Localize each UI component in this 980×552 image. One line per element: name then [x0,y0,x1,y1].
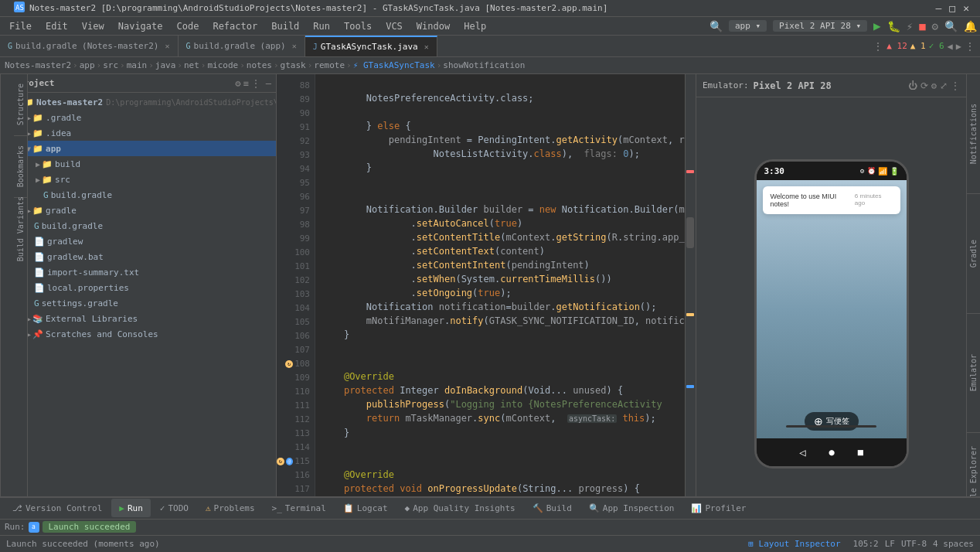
tab-build-gradle-app[interactable]: G build.gradle (app) ✕ [179,36,305,57]
menu-file[interactable]: File [3,19,38,33]
project-tree[interactable]: ▼ 📁 Notes-master2 D:\programming\Android… [14,93,276,552]
device-selector[interactable]: Pixel 2 API 28 ▾ [773,20,867,32]
search-everywhere-icon[interactable]: 🔍 [709,20,723,32]
panel-settings-icon[interactable]: ⚙ [235,78,240,89]
emulator-rotate-icon[interactable]: ⟳ [920,80,928,91]
tab-close-icon[interactable]: ✕ [165,42,169,50]
profile-button[interactable]: ⚡ [907,20,913,32]
breadcrumb-net[interactable]: net [184,60,199,70]
emulator-power-icon[interactable]: ⏻ [908,80,917,91]
menu-view[interactable]: View [76,19,111,33]
tree-item-scratches[interactable]: ▶ 📌 Scratches and Consoles [14,326,276,342]
notifications-side-tab[interactable]: Notifications [967,74,980,194]
title-text: Notes-master2 [D:\programming\AndroidStu… [29,3,607,13]
maximize-button[interactable]: □ [949,2,955,14]
nav-next-icon[interactable]: ▶ [956,41,961,52]
code-editor[interactable]: 88 89 90 91 92 93 94 95 96 97 98 99 100 … [277,74,696,552]
menu-code[interactable]: Code [171,19,206,33]
bottom-tab-version-control[interactable]: ⎇ Version Control [5,499,110,517]
tree-item-build[interactable]: ▶ 📁 build [14,156,276,172]
minimize-button[interactable]: — [936,2,942,14]
breadcrumb-main[interactable]: main [127,60,148,70]
menu-window[interactable]: Window [410,19,456,33]
tree-item-app-gradle[interactable]: G build.gradle [14,187,276,203]
emulator-expand-icon[interactable]: ⤢ [940,80,948,91]
tab-build-gradle-project[interactable]: G build.gradle (Notes-master2) ✕ [0,36,179,57]
breadcrumb-remote[interactable]: remote [314,60,345,70]
settings-icon[interactable]: ⚙ [932,20,938,32]
bottom-tab-build[interactable]: 🔨 Build [525,499,580,517]
breadcrumb-micode[interactable]: micode [207,60,238,70]
bottom-tab-todo[interactable]: ✓ TODO [152,499,196,517]
breadcrumb-java[interactable]: java [155,60,176,70]
tab-close-icon[interactable]: ✕ [292,42,297,50]
more-options-icon[interactable]: ⋮ [965,40,975,53]
close-button[interactable]: ✕ [963,2,969,14]
bottom-tab-profiler[interactable]: 📊 Profiler [683,499,754,517]
tab-close-icon[interactable]: ✕ [424,43,429,51]
tree-item-settings-gradle[interactable]: G settings.gradle [14,295,276,311]
emulator-settings-icon[interactable]: ⚙ [931,80,937,91]
menu-run[interactable]: Run [307,19,336,33]
tree-item-gradle[interactable]: ▶ 📁 .gradle [14,110,276,125]
notifications-icon[interactable]: 🔔 [964,20,977,32]
breadcrumb-src[interactable]: src [103,60,118,70]
phone-recents-button[interactable]: ■ [858,447,863,458]
tree-root[interactable]: ▼ 📁 Notes-master2 D:\programming\Android… [14,94,276,110]
menu-vcs[interactable]: VCS [379,19,409,33]
emulator-side-tab[interactable]: Emulator [967,314,980,434]
code-content[interactable]: NotesPreferenceActivity.class; } else { … [315,74,685,552]
layout-inspector-link[interactable]: ⊞ Layout Inspector [748,539,840,549]
build-variants-side-tab[interactable]: Build Variants [14,198,27,260]
menu-refactor[interactable]: Refactor [206,19,264,33]
tree-item-src[interactable]: ▶ 📁 src [14,172,276,187]
tree-item-app[interactable]: ▼ 📁 app [14,141,276,156]
panel-toolbar: ⚙ ≡ ⋮ — [235,78,271,89]
debug-button[interactable]: 🐛 [887,20,900,32]
structure-side-tab[interactable]: Structure [14,74,27,136]
menu-edit[interactable]: Edit [39,19,74,33]
breadcrumb-notes[interactable]: notes [247,60,272,70]
menu-tools[interactable]: Tools [338,19,378,33]
bottom-tab-terminal[interactable]: >_ Terminal [264,499,334,517]
breadcrumb-project[interactable]: Notes-master2 [5,60,71,70]
tree-item-gradlew-bat[interactable]: 📄 gradlew.bat [14,249,276,264]
panel-close-icon[interactable]: — [266,78,271,89]
menu-help[interactable]: Help [458,19,492,33]
tree-item-root-gradle[interactable]: G build.gradle [14,218,276,233]
emulator-more-icon[interactable]: ⋮ [951,80,960,91]
bookmarks-side-tab[interactable]: Bookmarks [14,136,27,198]
code-scroll-markers[interactable] [685,74,696,552]
run-button[interactable]: ▶ [873,19,881,33]
bottom-tab-app-quality[interactable]: ◆ App Quality Insights [397,499,523,517]
breadcrumb-method[interactable]: showNotification [443,60,525,70]
tree-item-import-summary[interactable]: 📄 import-summary.txt [14,264,276,280]
tree-item-external-libs[interactable]: ▶ 📚 External Libraries [14,311,276,326]
tree-item-idea[interactable]: ▶ 📁 .idea [14,125,276,141]
tree-item-local-props[interactable]: 📄 local.properties [14,280,276,295]
breadcrumb-class[interactable]: ⚡ GTaskASyncTask [353,60,435,70]
stop-button[interactable]: ■ [919,20,925,32]
bottom-tab-problems[interactable]: ⚠ Problems [198,499,263,517]
bottom-tab-run[interactable]: ▶ Run [111,499,151,517]
menu-build[interactable]: Build [265,19,305,33]
bottom-tab-app-inspection[interactable]: 🔍 App Inspection [581,499,682,517]
tree-item-gradle-folder[interactable]: ▶ 📁 gradle [14,203,276,218]
code-line-96: Notification.Builder builder = new Notif… [322,204,685,215]
code-line-102: .setOngoing(true); [322,288,512,298]
tab-gtask-asynctask[interactable]: J GTaskASyncTask.java ✕ [305,36,437,57]
tree-item-gradlew[interactable]: 📄 gradlew [14,233,276,249]
phone-fab[interactable]: ⊕ 写便签 [805,412,859,431]
tab-overflow-icon[interactable]: ⋮ [873,40,883,53]
phone-home-button[interactable]: ● [829,447,834,458]
menu-navigate[interactable]: Navigate [112,19,169,33]
phone-back-button[interactable]: ◁ [799,446,805,458]
panel-gear-icon[interactable]: ⋮ [251,78,260,89]
gradle-side-tab[interactable]: Gradle [967,194,980,314]
breadcrumb-app[interactable]: app [80,60,95,70]
nav-prev-icon[interactable]: ◀ [948,41,953,52]
panel-expand-icon[interactable]: ≡ [243,78,249,89]
breadcrumb-gtask[interactable]: gtask [281,60,306,70]
bottom-tab-logcat[interactable]: 📋 Logcat [335,499,396,517]
search-icon[interactable]: 🔍 [944,20,958,32]
